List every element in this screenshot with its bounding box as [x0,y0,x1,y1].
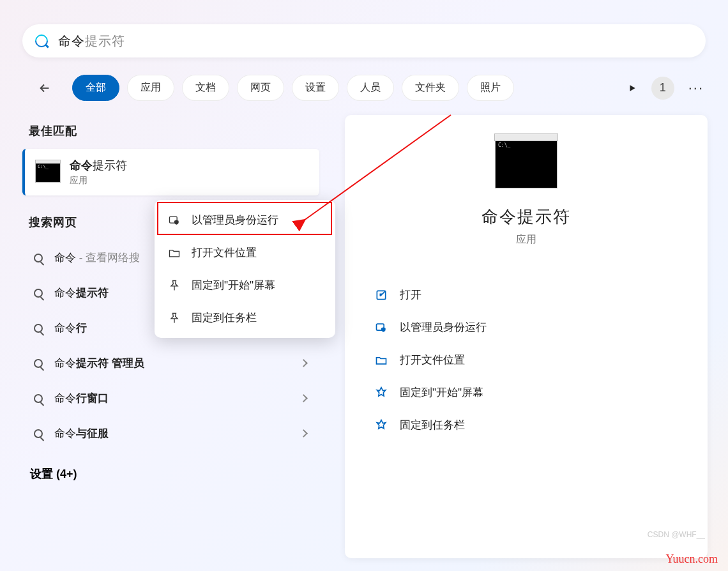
action-pin-taskbar[interactable]: 固定到任务栏 [370,409,682,441]
action-file-location[interactable]: 打开文件位置 [370,344,682,376]
preview-subtitle: 应用 [370,233,682,247]
pin-icon [374,418,388,432]
action-pin-start[interactable]: 固定到"开始"屏幕 [370,376,682,409]
settings-section[interactable]: 设置 (4+) [30,466,319,482]
web-item-5[interactable]: 命令与征服 [22,416,319,451]
watermark: Yuucn.com [666,552,718,566]
best-match-result[interactable]: 命令提示符 应用 [22,149,319,195]
filter-folders[interactable]: 文件夹 [402,75,459,101]
more-button[interactable]: ··· [683,80,709,96]
filter-all[interactable]: 全部 [72,75,119,101]
preview-panel: 命令提示符 应用 打开 以管理员身份运行 打开文件位置 固定到"开始"屏幕 [345,115,708,558]
web-item-4[interactable]: 命令行窗口 [22,381,319,416]
filter-web[interactable]: 网页 [237,75,284,101]
cmd-icon [35,162,61,183]
search-icon [34,429,43,438]
filter-row: 全部 应用 文档 网页 设置 人员 文件夹 照片 1 ··· [35,75,709,101]
back-button[interactable] [35,79,54,98]
search-completion: 提示符 [85,34,125,48]
chevron-right-icon [300,359,308,367]
filter-apps[interactable]: 应用 [127,75,174,101]
filter-docs[interactable]: 文档 [182,75,229,101]
search-icon [34,394,43,403]
preview-title: 命令提示符 [370,206,682,228]
search-typed: 命令 [58,34,85,48]
search-icon [33,32,50,50]
result-subtitle: 应用 [70,175,127,187]
context-menu: 以管理员身份运行 打开文件位置 固定到"开始"屏幕 固定到任务栏 [155,200,335,338]
count-badge[interactable]: 1 [651,77,674,100]
open-icon [374,288,388,302]
filter-photos[interactable]: 照片 [467,75,514,101]
result-title: 命令提示符 [70,158,127,173]
search-bar[interactable]: 命令提示符 [22,24,706,57]
search-input-text: 命令提示符 [58,33,125,50]
folder-icon [167,246,181,260]
ctx-file-location[interactable]: 打开文件位置 [158,236,331,269]
pin-icon [167,311,181,325]
web-item-3[interactable]: 命令提示符 管理员 [22,346,319,381]
ctx-run-admin[interactable]: 以管理员身份运行 [158,204,331,236]
filter-settings[interactable]: 设置 [292,75,339,101]
pin-icon [167,278,181,293]
search-icon [34,254,43,263]
search-icon [34,359,43,368]
chevron-right-icon [300,429,308,438]
ctx-pin-taskbar[interactable]: 固定到任务栏 [158,301,331,334]
folder-icon [374,353,388,367]
filter-people[interactable]: 人员 [347,75,394,101]
pin-icon [374,386,388,400]
action-open[interactable]: 打开 [370,278,682,311]
chevron-right-icon [300,394,308,402]
search-icon [34,324,43,333]
action-list: 打开 以管理员身份运行 打开文件位置 固定到"开始"屏幕 固定到任务栏 [370,278,682,441]
play-icon[interactable] [622,78,642,98]
search-icon [34,289,43,298]
shield-icon [374,321,388,335]
preview-thumbnail [496,141,557,188]
watermark-csdn: CSDN @WHF__ [648,530,705,539]
ctx-pin-start[interactable]: 固定到"开始"屏幕 [158,269,331,301]
best-match-title: 最佳匹配 [29,123,319,139]
shield-icon [167,213,181,227]
action-run-admin[interactable]: 以管理员身份运行 [370,311,682,344]
